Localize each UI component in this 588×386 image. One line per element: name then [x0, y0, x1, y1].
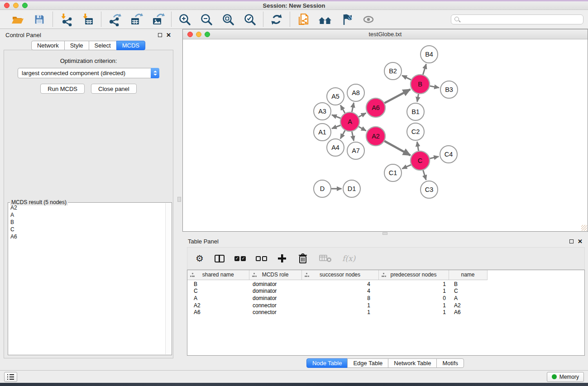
table-tab-network-table[interactable]: Network Table	[388, 358, 437, 368]
show-columns-icon[interactable]	[215, 253, 225, 264]
graph-node-C4[interactable]: C4	[440, 146, 457, 163]
graph-edge-B-B2[interactable]	[402, 76, 411, 80]
column-header-shared-name[interactable]: shared name	[187, 270, 249, 280]
graph-edge-A-A2[interactable]	[359, 127, 366, 131]
graph-node-A8[interactable]: A8	[347, 84, 364, 101]
refresh-icon[interactable]	[269, 12, 284, 27]
select-all-icon[interactable]: ✓✓	[234, 253, 246, 264]
graphics-flag-icon[interactable]	[339, 12, 354, 27]
tab-mcds[interactable]: MCDS	[116, 41, 145, 50]
graph-node-B1[interactable]: B1	[407, 103, 424, 120]
graph-edge-B-B1[interactable]	[417, 94, 419, 102]
graph-edge-A-A5[interactable]	[340, 105, 345, 113]
graph-edge-C-C2[interactable]	[417, 142, 418, 151]
graph-edge-A2-C[interactable]	[384, 141, 410, 156]
mcds-result-item[interactable]: B	[10, 219, 164, 226]
graph-edge-C-C3[interactable]	[423, 170, 426, 180]
horizontal-splitter[interactable]	[182, 232, 588, 235]
close-table-panel-icon[interactable]: ✕	[578, 238, 583, 244]
graph-edge-A-A4[interactable]	[340, 130, 345, 138]
column-header-predecessor-nodes[interactable]: predecessor nodes	[378, 270, 449, 280]
export-image-icon[interactable]	[151, 12, 165, 27]
clone-network-icon[interactable]	[296, 12, 311, 27]
graph-edge-A-A1[interactable]	[332, 125, 340, 129]
graph-node-A7[interactable]: A7	[347, 142, 364, 159]
table-row[interactable]: Bdominator41B	[187, 280, 584, 288]
home-icon[interactable]	[318, 12, 332, 27]
graph-node-A[interactable]: A	[340, 112, 359, 131]
network-minimize-button[interactable]	[196, 32, 201, 37]
graph-edge-A-A8[interactable]	[352, 103, 354, 112]
close-window-button[interactable]	[4, 3, 10, 8]
vertical-splitter[interactable]	[177, 29, 182, 370]
graph-edge-C-C4[interactable]	[430, 157, 439, 158]
table-tab-edge-table[interactable]: Edge Table	[347, 358, 388, 368]
mcds-result-item[interactable]: A	[10, 211, 164, 219]
mcds-result-item[interactable]: C	[10, 226, 164, 233]
import-network-icon[interactable]	[59, 12, 73, 27]
float-table-panel-icon[interactable]	[569, 239, 574, 243]
column-header-name[interactable]: name	[449, 270, 487, 280]
task-history-button[interactable]	[4, 372, 17, 382]
graph-edge-A6-B[interactable]	[384, 89, 410, 103]
graph-node-B4[interactable]: B4	[421, 46, 438, 63]
minimize-window-button[interactable]	[13, 3, 19, 8]
table-row[interactable]: Cdominator41C	[187, 288, 584, 295]
graph-edge-A-A7[interactable]	[352, 132, 354, 141]
splitter-handle[interactable]	[382, 232, 387, 235]
mcds-result-item[interactable]: A6	[10, 233, 164, 240]
table-settings-gear-icon[interactable]: ⚙	[195, 253, 205, 264]
export-network-icon[interactable]	[107, 12, 122, 27]
table-row[interactable]: Adominator80A	[187, 295, 584, 302]
graph-node-C3[interactable]: C3	[421, 181, 438, 198]
graph-node-A2[interactable]: A2	[366, 127, 385, 146]
deselect-all-icon[interactable]	[256, 253, 267, 264]
table-tab-motifs[interactable]: Motifs	[436, 358, 464, 368]
graph-node-B[interactable]: B	[411, 75, 430, 94]
table-tab-node-table[interactable]: Node Table	[306, 358, 348, 368]
graph-node-D[interactable]: D	[314, 180, 331, 197]
delete-column-icon[interactable]	[297, 253, 309, 264]
tab-style[interactable]: Style	[64, 41, 89, 50]
memory-button[interactable]: Memory	[547, 372, 584, 382]
tab-network[interactable]: Network	[31, 41, 65, 50]
graph-node-C2[interactable]: C2	[407, 123, 424, 140]
graph-node-A6[interactable]: A6	[366, 98, 385, 117]
resize-grip[interactable]	[581, 225, 587, 231]
import-table-icon[interactable]	[81, 12, 95, 27]
result-scrollbar[interactable]	[165, 203, 171, 354]
save-session-icon[interactable]	[32, 12, 47, 27]
zoom-window-button[interactable]	[22, 3, 28, 8]
graph-node-A5[interactable]: A5	[327, 88, 344, 105]
graph-node-D1[interactable]: D1	[343, 180, 360, 197]
graph-edge-A-A6[interactable]	[359, 113, 366, 117]
zoom-fit-icon[interactable]	[221, 12, 235, 27]
table-row[interactable]: A2connector11A2	[187, 302, 584, 310]
graph-node-A1[interactable]: A1	[314, 124, 331, 141]
eye-icon[interactable]	[361, 12, 376, 27]
table-row[interactable]: A6connector11A6	[187, 309, 584, 316]
float-panel-icon[interactable]	[158, 33, 162, 37]
add-column-icon[interactable]	[277, 253, 287, 264]
graph-edge-B-B4[interactable]	[423, 64, 426, 75]
graph-node-A4[interactable]: A4	[327, 139, 344, 156]
graph-edge-A-A3[interactable]	[332, 115, 340, 118]
network-zoom-button[interactable]	[205, 32, 210, 37]
run-mcds-button[interactable]: Run MCDS	[40, 84, 85, 94]
open-session-icon[interactable]	[10, 12, 25, 27]
zoom-selected-icon[interactable]	[243, 12, 257, 27]
graph-node-A3[interactable]: A3	[314, 103, 331, 120]
splitter-handle[interactable]	[177, 197, 181, 202]
graph-node-C1[interactable]: C1	[384, 164, 402, 181]
graph-node-B2[interactable]: B2	[384, 62, 402, 80]
graph-node-C[interactable]: C	[411, 151, 430, 170]
graph-edge-B-B3[interactable]	[430, 86, 439, 88]
search-input[interactable]	[461, 15, 583, 24]
zoom-out-icon[interactable]	[199, 12, 214, 27]
close-panel-icon[interactable]: ✕	[166, 32, 171, 38]
column-header-successor-nodes[interactable]: successor nodes	[301, 270, 378, 280]
graph-edge-C-C1[interactable]	[402, 165, 411, 169]
close-panel-button[interactable]: Close panel	[91, 84, 137, 94]
column-header-mcds-role[interactable]: MCDS role	[249, 270, 301, 280]
graph-node-B3[interactable]: B3	[440, 81, 458, 98]
